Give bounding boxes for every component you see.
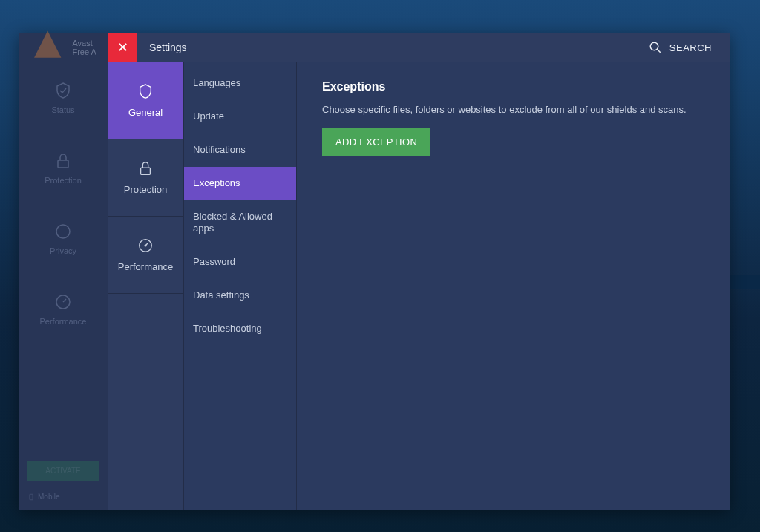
settings-panel: ✕ Settings SEARCH General Protection — [108, 33, 730, 510]
category-label: Performance — [118, 261, 173, 272]
desktop-decoration — [730, 275, 760, 289]
category-label: Protection — [124, 184, 168, 195]
performance-icon — [54, 293, 72, 311]
svg-point-1 — [56, 225, 70, 238]
shield-icon — [137, 83, 154, 99]
close-button[interactable]: ✕ — [108, 33, 137, 62]
category-label: General — [128, 107, 163, 118]
svg-rect-5 — [141, 168, 151, 174]
sidebar-label: Privacy — [50, 246, 76, 255]
svg-rect-0 — [58, 160, 68, 168]
category-sidebar: General Protection Performance — [108, 62, 184, 510]
content-description: Choose specific files, folders or websit… — [322, 104, 704, 115]
mobile-label: Mobile — [38, 493, 59, 501]
add-exception-button[interactable]: ADD EXCEPTION — [322, 128, 430, 156]
search-button[interactable]: SEARCH — [631, 41, 730, 54]
sidebar-label: Performance — [40, 317, 87, 326]
content-title: Exceptions — [322, 80, 704, 93]
privacy-icon — [54, 223, 72, 240]
svg-point-7 — [145, 245, 146, 246]
sub-label: Languages — [193, 77, 240, 88]
sub-label: Update — [193, 111, 224, 122]
sub-data-settings[interactable]: Data settings — [184, 279, 296, 312]
sub-notifications[interactable]: Notifications — [184, 134, 296, 167]
sub-languages[interactable]: Languages — [184, 67, 296, 100]
sub-blocked-allowed[interactable]: Blocked & Allowed apps — [184, 200, 296, 246]
sidebar-item-performance[interactable]: Performance — [19, 274, 108, 344]
sidebar-label: Status — [51, 105, 74, 114]
lock-icon — [137, 160, 154, 177]
sidebar-label: Protection — [45, 176, 82, 185]
sidebar-item-privacy[interactable]: Privacy — [19, 203, 108, 274]
shield-check-icon — [54, 82, 72, 99]
settings-title: Settings — [137, 42, 631, 53]
svg-point-4 — [650, 42, 658, 50]
background-app-sidebar: Avast Free A Status Protection Privacy P… — [19, 33, 108, 510]
svg-rect-3 — [30, 494, 33, 500]
activate-label: ACTIVATE — [45, 467, 80, 475]
sub-label: Blocked & Allowed apps — [193, 211, 272, 234]
settings-header: ✕ Settings SEARCH — [108, 33, 730, 62]
sub-password[interactable]: Password — [184, 246, 296, 279]
search-label: SEARCH — [669, 42, 712, 53]
add-button-label: ADD EXCEPTION — [335, 137, 417, 148]
sub-label: Exceptions — [193, 177, 240, 188]
settings-body: General Protection Performance Languages… — [108, 62, 730, 510]
mobile-icon — [27, 493, 35, 501]
sub-label: Password — [193, 256, 235, 267]
subcategory-sidebar: Languages Update Notifications Exception… — [184, 62, 297, 510]
search-icon — [649, 41, 662, 54]
mobile-link[interactable]: Mobile — [27, 493, 99, 501]
gauge-icon — [137, 237, 154, 254]
sub-label: Notifications — [193, 144, 246, 155]
category-protection[interactable]: Protection — [108, 139, 183, 217]
sub-update[interactable]: Update — [184, 100, 296, 134]
content-area: Exceptions Choose specific files, folder… — [297, 62, 730, 510]
close-icon: ✕ — [117, 39, 128, 56]
lock-icon — [54, 152, 72, 170]
app-logo: Avast Free A — [19, 33, 108, 62]
sub-label: Troubleshooting — [193, 323, 262, 334]
sub-exceptions[interactable]: Exceptions — [184, 167, 296, 200]
main-window: Avast Free A Status Protection Privacy P… — [19, 33, 730, 510]
app-name-label: Avast Free A — [72, 39, 99, 56]
category-performance[interactable]: Performance — [108, 217, 183, 294]
sidebar-item-protection[interactable]: Protection — [19, 133, 108, 203]
category-general[interactable]: General — [108, 62, 183, 139]
sub-label: Data settings — [193, 289, 249, 301]
sidebar-item-status[interactable]: Status — [19, 62, 108, 133]
activate-button[interactable]: ACTIVATE — [27, 461, 99, 481]
sub-troubleshooting[interactable]: Troubleshooting — [184, 312, 296, 346]
